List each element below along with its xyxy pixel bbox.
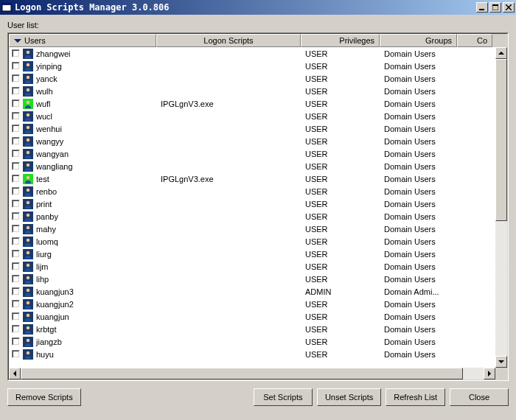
scroll-track[interactable] xyxy=(495,59,507,356)
scroll-thumb[interactable] xyxy=(495,59,507,221)
table-row[interactable]: wuflIPGLgnV3.exeUSERDomain Users xyxy=(9,97,495,110)
cell-group: Domain Users xyxy=(380,87,457,96)
table-row[interactable]: krbtgtUSERDomain Users xyxy=(9,323,495,335)
user-icon xyxy=(23,86,33,97)
svg-rect-2 xyxy=(479,9,484,10)
cell-user: lijm xyxy=(9,262,156,272)
table-row[interactable]: lihpUSERDomain Users xyxy=(9,273,495,285)
row-checkbox[interactable] xyxy=(12,99,20,108)
row-checkbox[interactable] xyxy=(12,150,20,158)
row-checkbox[interactable] xyxy=(12,162,20,170)
row-checkbox[interactable] xyxy=(12,262,20,270)
table-row[interactable]: kuangjun3ADMINDomain Admi... xyxy=(9,285,495,298)
table-row[interactable]: wulhUSERDomain Users xyxy=(9,85,495,97)
row-checkbox[interactable] xyxy=(12,275,20,283)
user-name: wangyan xyxy=(36,150,69,158)
scroll-down-button[interactable] xyxy=(495,356,507,368)
column-header-groups[interactable]: Groups xyxy=(380,34,457,47)
maximize-button[interactable] xyxy=(489,2,501,13)
table-row[interactable]: kuangjunUSERDomain Users xyxy=(9,310,495,323)
scroll-left-button[interactable] xyxy=(9,368,21,379)
row-checkbox[interactable] xyxy=(12,212,20,220)
table-row[interactable]: luomqUSERDomain Users xyxy=(9,235,495,248)
scroll-up-button[interactable] xyxy=(495,47,507,59)
column-header-users[interactable]: Users xyxy=(9,34,156,47)
user-name: wufl xyxy=(36,99,51,108)
cell-user: lihp xyxy=(9,274,156,284)
refresh-list-button[interactable]: Refresh List xyxy=(386,388,445,406)
column-headers: Users Logon Scripts Privileges Groups Co xyxy=(9,34,507,47)
table-row[interactable]: renboUSERDomain Users xyxy=(9,185,495,197)
table-row[interactable]: kuangjun2USERDomain Users xyxy=(9,298,495,310)
row-checkbox[interactable] xyxy=(12,74,20,83)
set-scripts-button[interactable]: Set Scripts xyxy=(254,388,313,406)
svg-point-56 xyxy=(27,351,30,354)
row-checkbox[interactable] xyxy=(12,62,20,70)
table-row[interactable]: yinpingUSERDomain Users xyxy=(9,60,495,72)
row-checkbox[interactable] xyxy=(12,137,20,145)
table-row[interactable]: liurgUSERDomain Users xyxy=(9,248,495,260)
user-icon xyxy=(23,149,33,159)
row-checkbox[interactable] xyxy=(12,175,20,183)
row-checkbox[interactable] xyxy=(12,125,20,133)
svg-point-34 xyxy=(27,213,30,217)
row-checkbox[interactable] xyxy=(12,287,20,295)
scroll-right-button[interactable] xyxy=(484,368,495,379)
user-icon xyxy=(23,337,33,347)
table-row[interactable]: wuclUSERDomain Users xyxy=(9,110,495,122)
table-row[interactable]: testIPGLgnV3.exeUSERDomain Users xyxy=(9,172,495,185)
row-checkbox[interactable] xyxy=(12,350,20,358)
table-row[interactable]: panbyUSERDomain Users xyxy=(9,210,495,223)
user-name: wucl xyxy=(36,112,52,121)
user-name: yinping xyxy=(36,62,62,71)
row-checkbox[interactable] xyxy=(12,237,20,245)
horizontal-scrollbar[interactable] xyxy=(9,368,507,379)
user-name: luomq xyxy=(36,237,58,246)
vertical-scrollbar[interactable] xyxy=(495,47,507,368)
table-row[interactable]: yanckUSERDomain Users xyxy=(9,72,495,85)
column-header-scripts[interactable]: Logon Scripts xyxy=(156,34,301,47)
column-header-co[interactable]: Co xyxy=(457,34,492,47)
cell-group: Domain Users xyxy=(380,250,457,259)
row-checkbox[interactable] xyxy=(12,312,20,321)
scroll-thumb-h[interactable] xyxy=(21,368,463,379)
cell-privilege: USER xyxy=(301,87,380,96)
row-checkbox[interactable] xyxy=(12,225,20,233)
table-row[interactable]: huyuUSERDomain Users xyxy=(9,348,495,360)
table-row[interactable]: printUSERDomain Users xyxy=(9,197,495,210)
table-row[interactable]: jiangzbUSERDomain Users xyxy=(9,335,495,348)
row-checkbox[interactable] xyxy=(12,49,20,57)
cell-privilege: USER xyxy=(301,312,380,321)
scroll-track-h[interactable] xyxy=(21,368,484,379)
row-checkbox[interactable] xyxy=(12,250,20,258)
user-icon xyxy=(23,124,33,134)
row-checkbox[interactable] xyxy=(12,187,20,195)
row-checkbox[interactable] xyxy=(12,337,20,346)
close-window-button[interactable] xyxy=(503,2,515,13)
cell-privilege: USER xyxy=(301,250,380,259)
minimize-button[interactable] xyxy=(476,2,488,13)
row-checkbox[interactable] xyxy=(12,300,20,308)
table-row[interactable]: lijmUSERDomain Users xyxy=(9,260,495,273)
table-row[interactable]: wenhuiUSERDomain Users xyxy=(9,122,495,135)
cell-privilege: USER xyxy=(301,212,380,221)
table-row[interactable]: wangliangUSERDomain Users xyxy=(9,160,495,172)
row-checkbox[interactable] xyxy=(12,325,20,333)
unset-scripts-button[interactable]: Unset Scripts xyxy=(317,388,381,406)
table-row[interactable]: wangyyUSERDomain Users xyxy=(9,135,495,147)
remove-scripts-button[interactable]: Remove Scripts xyxy=(7,388,81,406)
row-checkbox[interactable] xyxy=(12,87,20,95)
table-row[interactable]: mahyUSERDomain Users xyxy=(9,223,495,235)
cell-group: Domain Users xyxy=(380,212,457,221)
user-name: lihp xyxy=(36,275,49,284)
row-checkbox[interactable] xyxy=(12,200,20,208)
close-button[interactable]: Close xyxy=(450,388,509,406)
table-row[interactable]: zhangweiUSERDomain Users xyxy=(9,47,495,60)
row-checkbox[interactable] xyxy=(12,112,20,120)
column-header-privileges[interactable]: Privileges xyxy=(301,34,380,47)
table-row[interactable]: wangyanUSERDomain Users xyxy=(9,147,495,160)
svg-point-30 xyxy=(27,188,30,192)
svg-point-20 xyxy=(27,125,30,129)
user-icon xyxy=(23,262,33,272)
column-label: Logon Scripts xyxy=(203,36,253,45)
